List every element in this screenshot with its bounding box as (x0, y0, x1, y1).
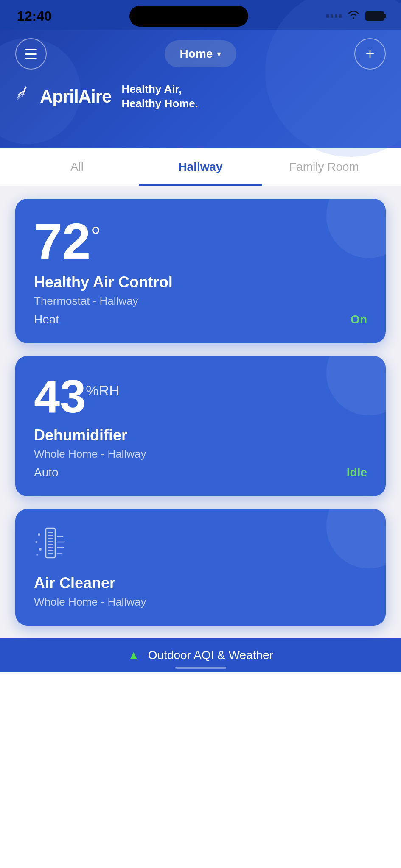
dehumidifier-mode: Auto (34, 466, 59, 479)
svg-point-9 (38, 533, 40, 536)
add-button[interactable]: + (354, 38, 386, 70)
dehumidifier-status: Idle (347, 466, 367, 479)
cards-container: 72° Healthy Air Control Thermostat - Hal… (0, 186, 401, 638)
rh-unit: %RH (86, 383, 119, 398)
home-selector-label: Home (180, 47, 213, 61)
outdoor-aqi-label: Outdoor AQI & Weather (148, 648, 273, 662)
thermostat-temperature: 72° (34, 216, 367, 267)
degree-symbol: ° (90, 223, 101, 249)
thermostat-mode: Heat (34, 313, 59, 326)
dehumidifier-title: Dehumidifier (34, 426, 367, 444)
menu-line (25, 58, 37, 59)
air-cleaner-icon (34, 526, 367, 566)
thermostat-status: On (351, 313, 367, 326)
thermostat-card[interactable]: 72° Healthy Air Control Thermostat - Hal… (15, 199, 386, 343)
air-cleaner-title: Air Cleaner (34, 574, 367, 592)
expand-icon: ▲ (128, 648, 140, 662)
aprilaire-logo-icon (15, 86, 36, 108)
home-selector-button[interactable]: Home ▾ (165, 40, 237, 67)
brand-tagline: Healthy Air,Healthy Home. (121, 82, 198, 111)
thermostat-title: Healthy Air Control (34, 273, 367, 291)
chevron-down-icon: ▾ (217, 49, 221, 59)
bottom-indicator (175, 667, 226, 669)
status-notch (129, 6, 248, 27)
menu-button[interactable] (15, 38, 47, 70)
dehumidifier-card[interactable]: 43%RH Dehumidifier Whole Home - Hallway … (15, 356, 386, 496)
menu-line (25, 49, 37, 50)
tab-hallway[interactable]: Hallway (139, 148, 262, 186)
dehumidifier-subtitle: Whole Home - Hallway (34, 448, 367, 461)
tab-all[interactable]: All (15, 148, 139, 186)
plus-icon: + (365, 45, 374, 63)
menu-line (25, 53, 37, 55)
thermostat-footer: Heat On (34, 313, 367, 326)
bottom-bar[interactable]: ▲ Outdoor AQI & Weather (0, 638, 401, 672)
air-cleaner-card[interactable]: Air Cleaner Whole Home - Hallway (15, 509, 386, 626)
brand-name: AprilAire (40, 86, 111, 107)
tab-family-room[interactable]: Family Room (262, 148, 386, 186)
status-time: 12:40 (17, 8, 52, 24)
dehumidifier-humidity: 43%RH (34, 373, 367, 420)
nav-row: Home ▾ + (15, 38, 386, 70)
brand-row: AprilAire Healthy Air,Healthy Home. (15, 78, 386, 115)
thermostat-subtitle: Thermostat - Hallway (34, 295, 367, 308)
svg-point-10 (36, 541, 38, 543)
header: Home ▾ + AprilAire Healthy Air,Healthy H… (0, 30, 401, 148)
brand-logo: AprilAire (15, 86, 111, 108)
dehumidifier-footer: Auto Idle (34, 466, 367, 479)
tabs-container: All Hallway Family Room (0, 148, 401, 186)
svg-point-12 (36, 554, 38, 556)
air-cleaner-subtitle: Whole Home - Hallway (34, 595, 367, 609)
svg-point-11 (39, 548, 42, 551)
